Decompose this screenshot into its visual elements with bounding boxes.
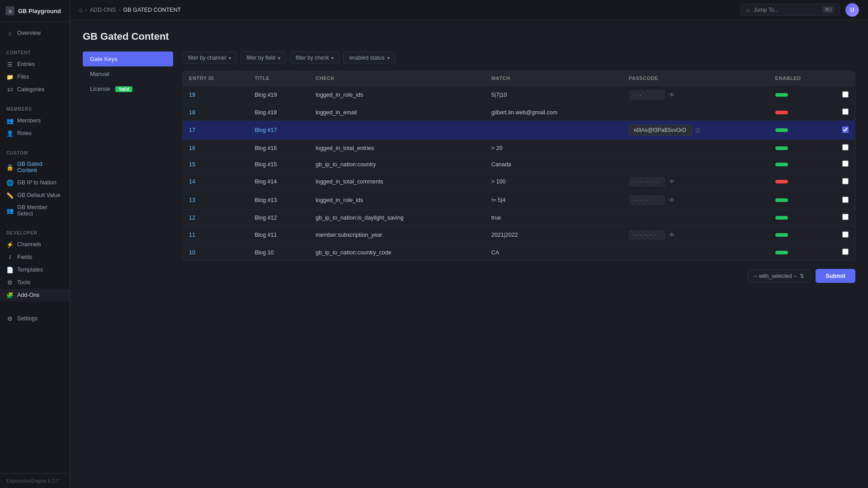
check-cell: logged_in_role_ids: [309, 86, 485, 104]
title-cell: Blog #11: [248, 226, 309, 244]
breadcrumb: ⌂ › ADD-ONS › GB GATED CONTENT: [79, 7, 181, 13]
passcode-dots: ···········: [629, 177, 665, 187]
sidebar-settings-section: ⚙ Settings: [0, 308, 70, 329]
sidebar-item-roles[interactable]: 👤 Roles: [0, 127, 70, 140]
sidebar-item-entries[interactable]: ☰ Entries: [0, 58, 70, 70]
passcode-cell: [623, 140, 769, 156]
sidebar-item-add-ons[interactable]: 🧩 Add-Ons: [0, 289, 70, 301]
entry-id-link[interactable]: 11: [189, 232, 195, 238]
row-checkbox[interactable]: [842, 231, 849, 238]
chevron-down-icon: ▾: [278, 56, 280, 61]
avatar[interactable]: U: [845, 3, 859, 17]
entry-id-link[interactable]: 17: [189, 127, 195, 133]
enabled-cell: [769, 244, 836, 261]
entry-id-link[interactable]: 14: [189, 178, 195, 185]
status-indicator: [775, 146, 788, 150]
sidebar-item-templates[interactable]: 📄 Templates: [0, 263, 70, 276]
filters-row: filter by channel ▾ filter by field ▾ fi…: [182, 52, 855, 64]
title-cell: Blog #16: [248, 140, 309, 156]
col-entry-id: Entry ID: [183, 71, 248, 86]
entry-id-link[interactable]: 10: [189, 249, 195, 256]
app-icon: ▣: [5, 6, 14, 15]
table-row: 11Blog #11member:subscription_year2021|2…: [183, 226, 855, 244]
sub-nav-license[interactable]: License Valid: [83, 81, 173, 96]
row-checkbox[interactable]: [842, 108, 849, 115]
sidebar-developer-section: DEVELOPER ⚡ Channels I Fields 📄 Template…: [0, 224, 70, 306]
sidebar-item-categories[interactable]: 🏷 Categories: [0, 83, 70, 96]
row-checkbox[interactable]: [842, 197, 849, 203]
sidebar-item-gb-gated-content[interactable]: 🔒 GB Gated Content: [0, 158, 70, 176]
status-indicator: [775, 163, 788, 166]
status-indicator: [775, 233, 788, 237]
addons-icon: 🧩: [6, 291, 14, 299]
match-cell: true: [485, 210, 623, 226]
app-name: GB Playground: [18, 8, 61, 14]
row-checkbox[interactable]: [842, 144, 849, 150]
entry-id-link[interactable]: 15: [189, 161, 195, 168]
col-title: Title: [248, 71, 309, 86]
title-link[interactable]: Blog #17: [255, 127, 277, 133]
sub-nav-gate-keys[interactable]: Gate Keys: [83, 52, 173, 66]
row-checkbox[interactable]: [842, 178, 849, 184]
with-selected-dropdown[interactable]: -- with_selected -- ⇅: [747, 269, 811, 283]
submit-button[interactable]: Submit: [816, 269, 855, 283]
match-cell: > 100: [485, 173, 623, 191]
jump-to-label: Jump To...: [754, 7, 778, 13]
sidebar-item-fields[interactable]: I Fields: [0, 251, 70, 263]
sidebar-item-tools[interactable]: ⚙ Tools: [0, 276, 70, 289]
sidebar-item-files[interactable]: 📁 Files: [0, 70, 70, 83]
passcode-cell: [623, 210, 769, 226]
bottom-bar: -- with_selected -- ⇅ Submit: [182, 269, 855, 283]
sidebar-item-overview[interactable]: ⌂ Overview: [0, 27, 70, 39]
eye-icon[interactable]: 👁: [669, 91, 675, 99]
status-indicator: [775, 180, 788, 183]
home-icon: ⌂: [6, 29, 14, 37]
sub-nav-manual[interactable]: Manual: [83, 66, 173, 81]
enabled-cell: [769, 156, 836, 173]
checkbox-cell: [836, 86, 855, 104]
eye-slash-icon[interactable]: 👁⃠: [696, 127, 700, 134]
home-breadcrumb[interactable]: ⌂: [79, 7, 83, 13]
filter-check-button[interactable]: filter by check ▾: [290, 52, 340, 64]
passcode-value: n0tAs@f3Pa$SvvOrD: [629, 125, 692, 136]
entry-id-link[interactable]: 12: [189, 215, 195, 221]
sidebar-overview-section: ⌂ Overview: [0, 22, 70, 44]
enabled-cell: [769, 226, 836, 244]
row-checkbox[interactable]: [842, 160, 849, 167]
entry-id-link[interactable]: 19: [189, 92, 195, 98]
eye-icon[interactable]: 👁: [669, 197, 675, 204]
filter-field-button[interactable]: filter by field ▾: [241, 52, 286, 64]
entry-id-link[interactable]: 16: [189, 145, 195, 151]
col-passcode: Passcode: [623, 71, 769, 86]
addons-breadcrumb[interactable]: ADD-ONS: [90, 7, 116, 13]
sidebar-item-channels[interactable]: ⚡ Channels: [0, 238, 70, 251]
sidebar-item-gb-member-select[interactable]: 👥 GB Member Select: [0, 202, 70, 220]
fields-icon: I: [6, 253, 14, 261]
check-cell: gb_ip_to_nation:country_code: [309, 244, 485, 261]
sidebar-item-gb-default-value[interactable]: ✏️ GB Default Value: [0, 189, 70, 202]
sidebar-item-members[interactable]: 👥 Members: [0, 114, 70, 127]
eye-icon[interactable]: 👁: [669, 178, 675, 185]
row-checkbox[interactable]: [842, 214, 849, 220]
checkbox-cell: [836, 226, 855, 244]
filter-channel-button[interactable]: filter by channel ▾: [182, 52, 237, 64]
status-indicator: [775, 216, 788, 220]
passcode-cell: [623, 156, 769, 173]
enabled-cell: [769, 121, 836, 140]
col-match: Match: [485, 71, 623, 86]
table-row: 14Blog #14logged_in_total_comments> 100·…: [183, 173, 855, 191]
sidebar-item-settings[interactable]: ⚙ Settings: [0, 312, 70, 325]
row-checkbox[interactable]: [842, 91, 849, 98]
filter-enabled-button[interactable]: enabled status ▾: [343, 52, 395, 64]
entry-id-link[interactable]: 13: [189, 197, 195, 203]
entry-id-link[interactable]: 18: [189, 109, 195, 116]
members-icon: 👥: [6, 117, 14, 124]
row-checkbox[interactable]: [842, 127, 849, 133]
sidebar-item-gb-ip-to-nation[interactable]: 🌐 GB IP to Nation: [0, 176, 70, 189]
eye-icon[interactable]: 👁: [669, 231, 675, 239]
row-checkbox[interactable]: [842, 249, 849, 255]
enabled-cell: [769, 173, 836, 191]
jump-to-button[interactable]: ⌕ Jump To... ⌘J: [741, 4, 840, 16]
checkbox-cell: [836, 140, 855, 156]
status-indicator: [775, 93, 788, 97]
